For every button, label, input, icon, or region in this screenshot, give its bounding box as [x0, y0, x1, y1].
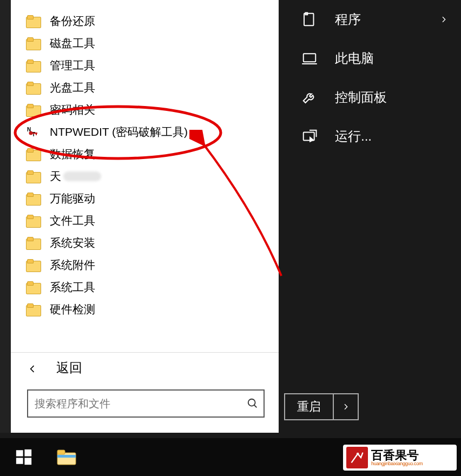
- redacted-text: [63, 171, 101, 181]
- menu-item-label: 光盘工具: [50, 80, 95, 95]
- start-menu-left-panel: 备份还原磁盘工具管理工具光盘工具密码相关NTNTPWEDIT (密码破解工具)数…: [11, 0, 279, 433]
- menu-item-8[interactable]: 万能驱动: [11, 187, 279, 209]
- menu-item-label: 天: [50, 169, 61, 184]
- back-button[interactable]: 返回: [11, 352, 279, 383]
- right-item-label: 程序: [335, 11, 361, 28]
- menu-item-label: 系统安装: [50, 235, 95, 250]
- menu-item-7[interactable]: 天: [11, 165, 279, 187]
- menu-item-4[interactable]: 密码相关: [11, 98, 279, 121]
- menu-item-1[interactable]: 磁盘工具: [11, 32, 279, 54]
- folder-icon: [26, 281, 40, 293]
- right-item-program[interactable]: 程序: [279, 0, 461, 39]
- folder-icon: [26, 170, 40, 182]
- svg-rect-4: [36, 133, 37, 135]
- menu-item-6[interactable]: 数据恢复: [11, 143, 279, 165]
- back-label: 返回: [56, 359, 82, 376]
- watermark-badge: 百香果号 huangjinbaixiangguo.com: [343, 445, 457, 471]
- right-item-label: 此电脑: [335, 50, 374, 67]
- menu-item-label: 磁盘工具: [50, 36, 95, 51]
- start-button[interactable]: [0, 438, 48, 476]
- svg-rect-19: [57, 455, 76, 458]
- left-edge-strip: [0, 0, 11, 433]
- right-item-wrench[interactable]: 控制面板: [279, 78, 461, 117]
- svg-rect-15: [16, 458, 23, 464]
- search-icon[interactable]: [242, 398, 264, 409]
- menu-item-label: 硬件检测: [50, 302, 95, 317]
- folder-icon: [26, 60, 40, 71]
- menu-item-11[interactable]: 系统附件: [11, 254, 279, 276]
- search-container: [11, 383, 279, 433]
- folder-icon: [57, 449, 76, 465]
- svg-rect-14: [24, 449, 31, 457]
- watermark-icon: [346, 447, 368, 468]
- watermark-url: huangjinbaixiangguo.com: [371, 461, 423, 466]
- menu-item-10[interactable]: 系统安装: [11, 232, 279, 254]
- menu-item-5[interactable]: NTNTPWEDIT (密码破解工具): [11, 121, 279, 143]
- right-item-run[interactable]: 运行...: [279, 117, 461, 156]
- folder-icon: [26, 148, 40, 160]
- menu-item-0[interactable]: 备份还原: [11, 10, 279, 32]
- svg-rect-13: [16, 450, 23, 456]
- svg-rect-18: [57, 450, 65, 454]
- chevron-right-icon: [439, 12, 448, 27]
- right-item-label: 运行...: [335, 128, 372, 145]
- menu-item-label: 密码相关: [50, 102, 95, 117]
- folder-icon: [26, 193, 40, 204]
- right-item-label: 控制面板: [335, 89, 387, 106]
- menu-item-2[interactable]: 管理工具: [11, 54, 279, 76]
- menu-item-label: 数据恢复: [50, 147, 95, 162]
- menu-item-12[interactable]: 系统工具: [11, 276, 279, 298]
- right-item-computer[interactable]: 此电脑: [279, 39, 461, 78]
- folder-icon: [26, 104, 40, 116]
- taskbar: 百香果号 huangjinbaixiangguo.com: [0, 438, 461, 476]
- menu-item-13[interactable]: 硬件检测: [11, 298, 279, 320]
- run-icon: [300, 127, 319, 146]
- restart-button[interactable]: 重启: [284, 393, 334, 420]
- chevron-right-icon: [341, 402, 350, 411]
- chevron-left-icon: [27, 362, 38, 373]
- restart-label: 重启: [297, 399, 321, 415]
- menu-item-label: 文件工具: [50, 213, 95, 228]
- menu-item-label: 万能驱动: [50, 191, 95, 206]
- program-icon: [300, 10, 319, 29]
- folder-icon: [26, 15, 40, 27]
- menu-item-label: 系统工具: [50, 280, 95, 295]
- folder-icon: [26, 237, 40, 249]
- folder-icon: [26, 303, 40, 315]
- svg-point-5: [248, 399, 255, 406]
- svg-point-20: [357, 453, 359, 455]
- menu-item-label: 系统附件: [50, 257, 95, 273]
- menu-item-label: 备份还原: [50, 14, 95, 29]
- search-input[interactable]: [28, 391, 242, 416]
- windows-icon: [15, 448, 33, 466]
- search-box[interactable]: [27, 389, 265, 418]
- start-menu-right-panel: 程序此电脑控制面板运行... 重启: [279, 0, 461, 433]
- svg-rect-9: [304, 54, 316, 62]
- file-explorer-button[interactable]: [48, 438, 85, 476]
- menu-item-3[interactable]: 光盘工具: [11, 76, 279, 98]
- svg-rect-16: [24, 458, 31, 465]
- folder-icon: [26, 215, 40, 227]
- power-options-button[interactable]: [334, 393, 359, 420]
- folder-icon: [26, 37, 40, 49]
- watermark-title: 百香果号: [371, 449, 423, 461]
- folder-icon: [26, 82, 40, 94]
- key-icon: NT: [26, 126, 40, 138]
- svg-line-6: [254, 405, 257, 408]
- menu-item-label: 管理工具: [50, 58, 95, 73]
- program-list: 备份还原磁盘工具管理工具光盘工具密码相关NTNTPWEDIT (密码破解工具)数…: [11, 0, 279, 320]
- menu-item-label: NTPWEDIT (密码破解工具): [50, 124, 188, 140]
- menu-item-9[interactable]: 文件工具: [11, 209, 279, 232]
- power-row: 重启: [279, 393, 461, 421]
- computer-icon: [300, 49, 319, 68]
- folder-icon: [26, 259, 40, 271]
- wrench-icon: [300, 88, 319, 107]
